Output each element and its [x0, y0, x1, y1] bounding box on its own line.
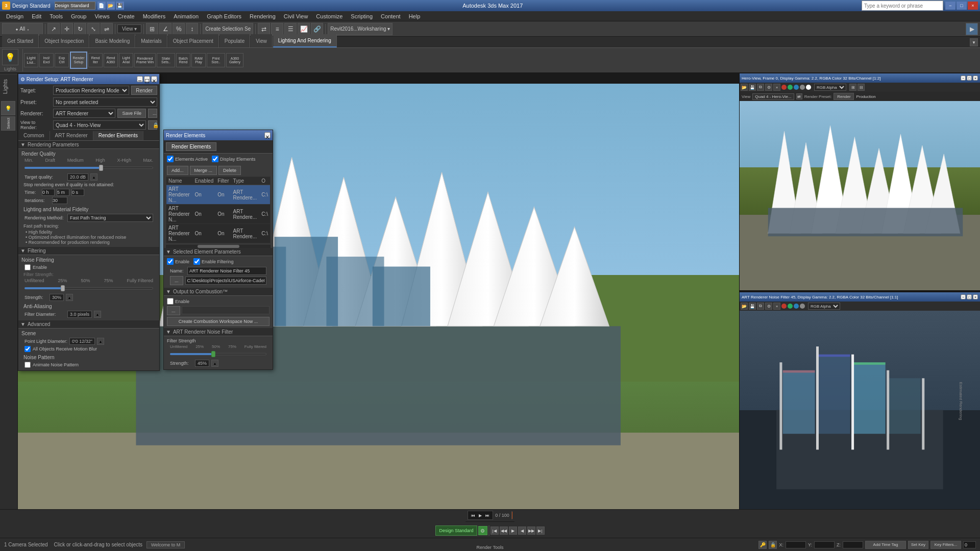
- animate-noise-checkbox[interactable]: [24, 362, 31, 368]
- rv-bottom-x-btn[interactable]: ×: [773, 303, 780, 310]
- target-quality-spinner-up[interactable]: ▲: [90, 173, 97, 181]
- selected-path-browse-btn[interactable]: ...: [170, 276, 183, 285]
- keyword-search[interactable]: [862, 1, 943, 11]
- create-selection-btn[interactable]: Create Selection Se: [203, 23, 253, 35]
- rendering-params-section[interactable]: ▼Rendering Parameters: [18, 141, 159, 149]
- combustion-browse-btn[interactable]: ...: [167, 306, 180, 315]
- x-coord-input[interactable]: [786, 541, 806, 548]
- transport-next-key[interactable]: ▶▶: [527, 527, 535, 535]
- menu-views[interactable]: Views: [90, 12, 113, 20]
- rv-bottom-settings-btn[interactable]: ⚙: [765, 303, 772, 310]
- transport-prev-frame[interactable]: |◀: [491, 527, 499, 535]
- noise-filter-slider[interactable]: [170, 350, 266, 358]
- ribbon-tab-lighting[interactable]: Lighting And Rendering: [273, 34, 337, 47]
- rv-bottom-maximize[interactable]: □: [967, 294, 972, 299]
- quality-slider[interactable]: [24, 164, 153, 172]
- design-standard-timeline-btn[interactable]: Design Standard: [435, 525, 477, 536]
- minimize-btn[interactable]: −: [945, 2, 955, 10]
- view-dropdown[interactable]: View ▾: [117, 24, 141, 33]
- save-file-btn[interactable]: Save File: [117, 109, 146, 118]
- select-tool-btn[interactable]: ↗: [47, 23, 60, 35]
- ribbon-tab-object-inspection[interactable]: Object Inspection: [39, 34, 89, 47]
- toolbar-new[interactable]: 📄: [97, 2, 106, 10]
- selected-enable-filtering-checkbox[interactable]: [193, 258, 200, 265]
- status-key-btn[interactable]: 🔑: [758, 541, 767, 549]
- ribbon-tab-object-placement[interactable]: Object Placement: [168, 34, 219, 47]
- close-btn[interactable]: ×: [968, 2, 978, 10]
- timeline-prev-btn[interactable]: ⏮: [470, 512, 476, 518]
- menu-animation[interactable]: Animation: [169, 12, 203, 20]
- include-exclude-btn[interactable]: Incl/Excl: [39, 53, 54, 67]
- timeline-next-btn[interactable]: ⏭: [484, 512, 491, 518]
- design-standard-input[interactable]: [55, 2, 95, 10]
- timeline-settings-btn[interactable]: ⚙: [478, 526, 487, 535]
- rv-bottom-save-btn[interactable]: 💾: [749, 303, 756, 310]
- table-row[interactable]: ART Renderer N... On On ART Rendere... C…: [166, 185, 270, 205]
- selected-enable-checkbox[interactable]: [167, 258, 174, 265]
- toolbar-all-btn[interactable]: ⬥ All ▾: [2, 23, 43, 35]
- menu-customize[interactable]: Customize: [312, 12, 347, 20]
- combustion-header[interactable]: ▼Output to Combustion™: [164, 288, 273, 296]
- table-row[interactable]: ART Renderer N... On On ART Rendere... C…: [166, 224, 270, 243]
- rv-top-x-btn[interactable]: ×: [773, 84, 780, 91]
- rendered-frame-window-btn[interactable]: RenderedFrame Win: [134, 53, 156, 67]
- create-workspace-btn[interactable]: Create Combustion Workspace Now ...: [167, 317, 270, 326]
- lock-view-btn[interactable]: 🔒: [148, 120, 157, 130]
- revit-workspace-btn[interactable]: Revit2016...Worksharing ▾: [328, 23, 393, 35]
- add-time-tag-btn[interactable]: Add Time Tag: [865, 541, 906, 549]
- maximize-btn[interactable]: □: [957, 2, 967, 10]
- rs-maximize-btn[interactable]: □: [144, 76, 150, 82]
- menu-rendering[interactable]: Rendering: [246, 12, 280, 20]
- align-btn[interactable]: ≡: [271, 23, 283, 35]
- strength-spinner[interactable]: ▲: [66, 294, 73, 301]
- menu-create[interactable]: Create: [114, 12, 139, 20]
- tab-art-renderer[interactable]: ART Renderer: [50, 131, 93, 140]
- rotate-tool-btn[interactable]: ↻: [74, 23, 86, 35]
- menu-group[interactable]: Group: [67, 12, 91, 20]
- batch-render-btn[interactable]: BatchRend: [176, 53, 190, 67]
- transport-play-fwd[interactable]: ▶: [509, 527, 517, 535]
- transport-play-rev[interactable]: ◀: [518, 527, 526, 535]
- light-icon-1[interactable]: 💡: [1, 101, 15, 115]
- scale-tool-btn[interactable]: ⤡: [87, 23, 100, 35]
- filtering-section[interactable]: ▼Filtering: [18, 247, 159, 255]
- ribbon-tab-materials[interactable]: Materials: [136, 34, 167, 47]
- light-lister-btn[interactable]: 💡: [2, 49, 18, 65]
- frame-input[interactable]: [963, 541, 976, 548]
- y-coord-input[interactable]: [814, 541, 835, 548]
- percent-snap-btn[interactable]: %: [173, 23, 185, 35]
- target-select[interactable]: Production Rendering Mode: [53, 86, 129, 95]
- rv-top-clone-btn[interactable]: ⧉: [757, 84, 764, 91]
- key-filters-btn[interactable]: Key Filters...: [930, 541, 961, 549]
- render-quick-btn[interactable]: ▶: [966, 23, 978, 35]
- menu-graph-editors[interactable]: Graph Editors: [203, 12, 246, 20]
- menu-edit[interactable]: Edit: [28, 12, 45, 20]
- time-minutes[interactable]: [57, 189, 69, 196]
- time-hours[interactable]: [42, 189, 55, 196]
- elements-active-checkbox[interactable]: [167, 156, 174, 162]
- mirror-tool-btn[interactable]: ⇌: [101, 23, 113, 35]
- rv-top-settings-btn[interactable]: ⚙: [765, 84, 772, 91]
- rv-top-render-btn[interactable]: Render: [834, 93, 854, 100]
- curve-editor-btn[interactable]: 📈: [298, 23, 310, 35]
- spinner-snap-btn[interactable]: ↕: [186, 23, 198, 35]
- ribbon-tab-populate[interactable]: Populate: [219, 34, 250, 47]
- snap-btn[interactable]: ⊞: [146, 23, 158, 35]
- light-analysis-btn[interactable]: LightAnal: [119, 53, 133, 67]
- noise-strength-spinner[interactable]: ▲: [211, 360, 218, 367]
- frame-timeline[interactable]: 0 5 10 15 20 25 30 35 40 45 50 55 60 65: [488, 525, 489, 536]
- ribbon-tab-view[interactable]: View: [251, 34, 273, 47]
- rv-bottom-close[interactable]: ×: [973, 294, 978, 299]
- layer-btn[interactable]: ☰: [284, 23, 297, 35]
- table-scrollbar[interactable]: [166, 244, 271, 248]
- renderer-select[interactable]: ART Renderer: [53, 109, 115, 118]
- menu-civil-view[interactable]: Civil View: [280, 12, 312, 20]
- render-iterative-btn[interactable]: RendIter: [88, 53, 103, 67]
- iterations-input[interactable]: [52, 197, 67, 204]
- toolbar-open[interactable]: 📂: [107, 2, 115, 10]
- select-panel-btn[interactable]: Select: [1, 116, 15, 131]
- rv-top-open-btn[interactable]: 📂: [741, 84, 748, 91]
- merge-element-btn[interactable]: Merge ...: [190, 166, 217, 175]
- ribbon-expand-btn[interactable]: ▼: [970, 38, 978, 46]
- transport-next-frame[interactable]: ▶|: [536, 527, 545, 535]
